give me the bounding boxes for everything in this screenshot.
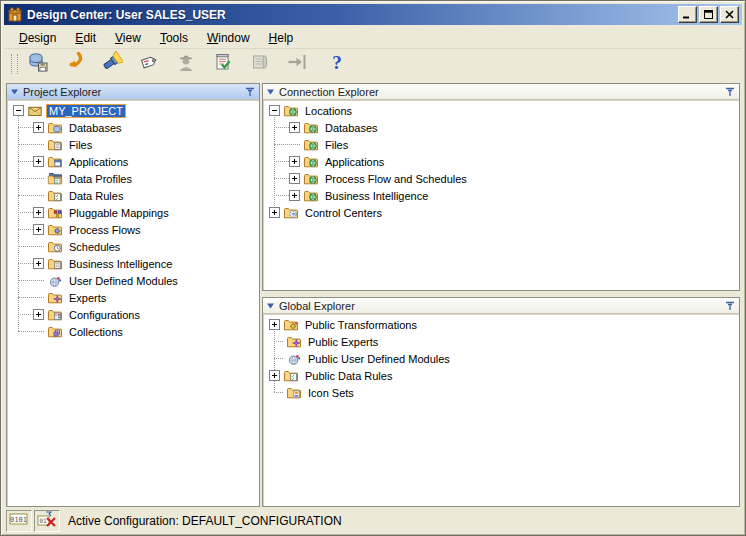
refresh-arrow-icon — [64, 51, 86, 77]
menu-view[interactable]: View — [108, 29, 148, 47]
tree-item-locations[interactable]: Locations — [263, 102, 739, 119]
tree-item-label: Data Rules — [66, 189, 126, 203]
connection-explorer-tree: LocationsDatabasesFilesApplicationsProce… — [263, 100, 739, 290]
tree-item-process-flow-and-schedules[interactable]: Process Flow and Schedules — [263, 170, 739, 187]
save-all-button[interactable] — [24, 50, 52, 78]
maximize-button[interactable] — [699, 6, 718, 23]
tree-item-control-centers[interactable]: Control Centers — [263, 204, 739, 221]
expand-plus-box[interactable] — [33, 258, 44, 269]
status-bar: 010101 Active Configuration: DEFAULT_CON… — [4, 509, 742, 532]
minimize-button[interactable] — [678, 6, 697, 23]
minimize-panel-icon[interactable] — [725, 301, 735, 311]
close-button[interactable] — [720, 6, 739, 23]
tree-item-business-intelligence[interactable]: Business Intelligence — [263, 187, 739, 204]
design-center-window: Design Center: User SALES_USER Design Ed… — [0, 0, 746, 536]
tree-item-public-transformations[interactable]: Public Transformations — [263, 316, 739, 333]
expand-plus-box[interactable] — [33, 309, 44, 320]
expand-plus-box[interactable] — [289, 173, 300, 184]
schedules-folder-icon — [47, 239, 63, 255]
expand-plus-box[interactable] — [269, 319, 280, 330]
owb-castle-logo-icon — [7, 7, 23, 23]
tree-item-user-defined-modules[interactable]: User Defined Modules — [7, 272, 259, 289]
minimize-panel-icon[interactable] — [725, 87, 735, 97]
data-rules-folder-icon — [47, 188, 63, 204]
pluggable-mappings-folder-icon — [47, 205, 63, 221]
tree-guide-line — [274, 358, 283, 359]
expand-plus-box[interactable] — [289, 122, 300, 133]
expand-plus-box[interactable] — [289, 156, 300, 167]
project-explorer-panel: Project Explorer MY_PROJECTDatabasesFile… — [6, 83, 260, 507]
tree-item-label: Process Flow and Schedules — [322, 172, 470, 186]
tree-item-process-flows[interactable]: Process Flows — [7, 221, 259, 238]
tree-item-experts[interactable]: Experts — [7, 289, 259, 306]
expand-plus-box[interactable] — [33, 122, 44, 133]
expand-plus-box[interactable] — [289, 190, 300, 201]
globe-folder-icon — [303, 137, 319, 153]
tree-item-databases[interactable]: Databases — [7, 119, 259, 136]
tree-item-label: Files — [322, 138, 351, 152]
menu-edit[interactable]: Edit — [68, 29, 103, 47]
binary-log-button[interactable]: 0101 — [6, 510, 32, 532]
tree-item-label: User Defined Modules — [66, 274, 181, 288]
tree-item-public-data-rules[interactable]: Public Data Rules — [263, 367, 739, 384]
search-button[interactable] — [98, 50, 126, 78]
tree-item-icon-sets[interactable]: Icon Sets — [263, 384, 739, 401]
binary-error-button[interactable]: 01 — [34, 510, 60, 532]
expand-plus-box[interactable] — [33, 156, 44, 167]
flashlight-search-icon — [101, 51, 123, 77]
title-bar[interactable]: Design Center: User SALES_USER — [4, 4, 742, 25]
toolbar-grip-handle[interactable] — [11, 54, 18, 74]
collapse-minus-box[interactable] — [269, 105, 280, 116]
tree-item-public-experts[interactable]: Public Experts — [263, 333, 739, 350]
tree-guide-line — [274, 178, 289, 179]
tree-item-label: Files — [66, 138, 95, 152]
tree-item-public-user-defined-modules[interactable]: Public User Defined Modules — [263, 350, 739, 367]
collapse-triangle-icon[interactable] — [267, 302, 275, 310]
connection-explorer-header[interactable]: Connection Explorer — [263, 84, 739, 100]
tree-item-my-project[interactable]: MY_PROJECT — [7, 102, 259, 119]
tree-item-pluggable-mappings[interactable]: Pluggable Mappings — [7, 204, 259, 221]
tree-item-databases[interactable]: Databases — [263, 119, 739, 136]
tree-item-business-intelligence[interactable]: Business Intelligence — [7, 255, 259, 272]
tree-item-schedules[interactable]: Schedules — [7, 238, 259, 255]
globe-folder-icon — [283, 103, 299, 119]
menu-design[interactable]: Design — [12, 29, 63, 47]
tree-item-collections[interactable]: Collections — [7, 323, 259, 340]
menu-bar: Design Edit View Tools Window Help — [4, 27, 742, 49]
generate-button — [246, 50, 274, 78]
menu-help[interactable]: Help — [262, 29, 301, 47]
expand-plus-box[interactable] — [33, 207, 44, 218]
tree-item-label: Public Transformations — [302, 318, 420, 332]
svg-text:?: ? — [332, 52, 342, 73]
collapse-triangle-icon[interactable] — [267, 88, 275, 96]
tree-item-applications[interactable]: Applications — [263, 153, 739, 170]
tree-item-data-profiles[interactable]: Data Profiles — [7, 170, 259, 187]
tree-item-label: Data Profiles — [66, 172, 135, 186]
expand-plus-box[interactable] — [33, 224, 44, 235]
menu-window[interactable]: Window — [200, 29, 257, 47]
tree-item-applications[interactable]: Applications — [7, 153, 259, 170]
tree-guide-line — [18, 297, 44, 298]
menu-tools[interactable]: Tools — [153, 29, 195, 47]
tree-item-files[interactable]: Files — [263, 136, 739, 153]
database-save-icon — [27, 51, 49, 77]
tree-item-label: Locations — [302, 104, 355, 118]
expand-plus-box[interactable] — [269, 207, 280, 218]
expand-plus-box[interactable] — [269, 370, 280, 381]
tag-button[interactable] — [135, 50, 163, 78]
refresh-button[interactable] — [61, 50, 89, 78]
tree-item-label: Schedules — [66, 240, 123, 254]
tree-guide-line — [274, 195, 289, 196]
tree-item-data-rules[interactable]: Data Rules — [7, 187, 259, 204]
help-button[interactable]: ? — [323, 50, 351, 78]
tree-item-configurations[interactable]: Configurations — [7, 306, 259, 323]
project-explorer-header[interactable]: Project Explorer — [7, 84, 259, 100]
minimize-panel-icon[interactable] — [245, 87, 255, 97]
validate-button[interactable] — [209, 50, 237, 78]
global-explorer-header[interactable]: Global Explorer — [263, 298, 739, 314]
tree-item-label: Databases — [66, 121, 125, 135]
data-profiles-folder-icon — [47, 171, 63, 187]
tree-item-files[interactable]: Files — [7, 136, 259, 153]
collapse-triangle-icon[interactable] — [11, 88, 19, 96]
collapse-minus-box[interactable] — [13, 105, 24, 116]
